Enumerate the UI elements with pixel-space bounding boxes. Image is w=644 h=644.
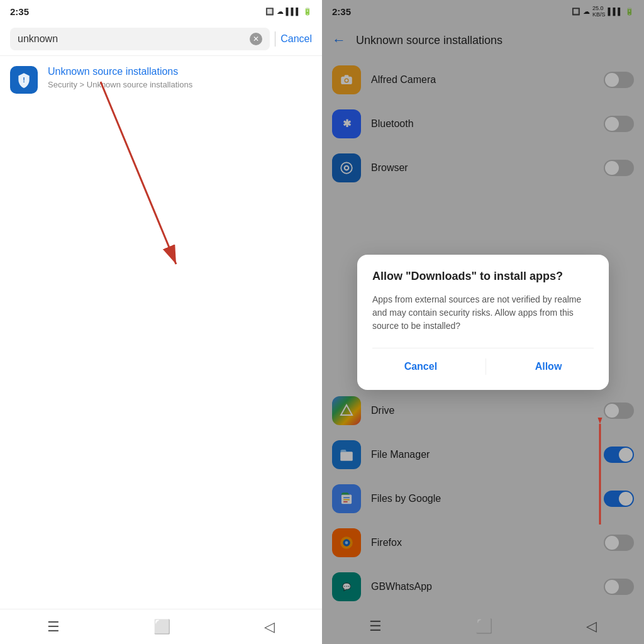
left-panel: 2:35 🔲 ☁ ▌▌▌ 🔋 ✕ Cancel ! Unknown — [0, 0, 322, 644]
svg-line-2 — [101, 82, 176, 264]
result-title-rest: source installations — [92, 66, 178, 77]
clear-icon: ✕ — [253, 35, 259, 43]
notification-icon: 🔲 — [265, 8, 274, 16]
dialog-divider — [486, 358, 486, 375]
signal-icon: ▌▌▌ — [286, 8, 301, 15]
nav-bar-left: ☰ ⬜ ◁ — [0, 609, 322, 644]
search-result-item[interactable]: ! Unknown source installations Security … — [0, 56, 322, 104]
nav-back-left[interactable]: ◁ — [264, 619, 275, 635]
result-title-highlight: Unknown — [48, 66, 90, 77]
shield-icon: ! — [16, 72, 32, 88]
search-clear-button[interactable]: ✕ — [250, 33, 262, 45]
dialog-title: Allow "Downloads" to install apps? — [372, 270, 594, 283]
dialog-body: Apps from external sources are not verif… — [372, 293, 594, 333]
status-time-left: 2:35 — [10, 6, 29, 17]
dialog-overlay: Allow "Downloads" to install apps? Apps … — [322, 0, 644, 644]
search-result-text: Unknown source installations Security > … — [48, 66, 192, 89]
search-bar: ✕ Cancel — [0, 23, 322, 56]
battery-icon: 🔋 — [303, 8, 312, 16]
security-icon-circle: ! — [10, 66, 38, 94]
search-cancel-button[interactable]: Cancel — [280, 33, 312, 45]
right-panel: 2:35 🔲 ☁ 25.0KB/S ▌▌▌ 🔋 ← Unknown source… — [322, 0, 644, 644]
result-subtitle: Security > Unknown source installations — [48, 80, 192, 89]
search-input-wrapper: ✕ — [10, 28, 270, 50]
search-divider — [275, 31, 275, 47]
dialog-box: Allow "Downloads" to install apps? Apps … — [357, 255, 609, 390]
dialog-cancel-button[interactable]: Cancel — [389, 358, 452, 375]
nav-menu-left[interactable]: ☰ — [47, 619, 60, 635]
result-title: Unknown source installations — [48, 66, 192, 77]
dialog-allow-button[interactable]: Allow — [520, 358, 577, 375]
dialog-actions: Cancel Allow — [372, 348, 594, 375]
status-bar-left: 2:35 🔲 ☁ ▌▌▌ 🔋 — [0, 0, 322, 23]
search-input[interactable] — [18, 33, 245, 45]
svg-text:!: ! — [23, 76, 25, 84]
status-icons-left: 🔲 ☁ ▌▌▌ 🔋 — [265, 8, 312, 16]
nav-home-left[interactable]: ⬜ — [153, 619, 170, 635]
cloud-icon: ☁ — [277, 8, 284, 16]
